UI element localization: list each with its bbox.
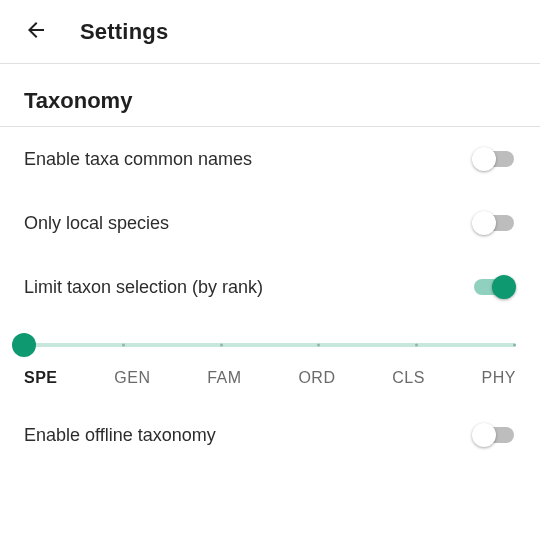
appbar: Settings — [0, 0, 540, 64]
setting-row-local-species[interactable]: Only local species — [0, 191, 540, 255]
rank-option-spe: SPE — [24, 369, 58, 387]
switch-limit-rank[interactable] — [472, 275, 516, 299]
section-heading-taxonomy: Taxonomy — [0, 64, 540, 127]
switch-common-names[interactable] — [472, 147, 516, 171]
switch-offline-taxonomy[interactable] — [472, 423, 516, 447]
rank-slider[interactable] — [24, 333, 516, 357]
setting-label-offline-taxonomy: Enable offline taxonomy — [24, 425, 216, 446]
rank-option-fam: FAM — [207, 369, 241, 387]
rank-option-cls: CLS — [392, 369, 425, 387]
back-button[interactable] — [16, 12, 56, 52]
setting-label-common-names: Enable taxa common names — [24, 149, 252, 170]
rank-slider-block: SPEGENFAMORDCLSPHY — [0, 319, 540, 403]
page-title: Settings — [80, 19, 168, 45]
switch-local-species[interactable] — [472, 211, 516, 235]
rank-option-phy: PHY — [482, 369, 516, 387]
setting-label-local-species: Only local species — [24, 213, 169, 234]
rank-slider-labels: SPEGENFAMORDCLSPHY — [24, 369, 516, 387]
rank-option-gen: GEN — [114, 369, 150, 387]
arrow-back-icon — [24, 18, 48, 45]
slider-thumb[interactable] — [12, 333, 36, 357]
rank-option-ord: ORD — [298, 369, 335, 387]
slider-ticks — [24, 344, 516, 347]
setting-label-limit-rank: Limit taxon selection (by rank) — [24, 277, 263, 298]
setting-row-offline-taxonomy[interactable]: Enable offline taxonomy — [0, 403, 540, 467]
setting-row-limit-rank[interactable]: Limit taxon selection (by rank) — [0, 255, 540, 319]
setting-row-common-names[interactable]: Enable taxa common names — [0, 127, 540, 191]
